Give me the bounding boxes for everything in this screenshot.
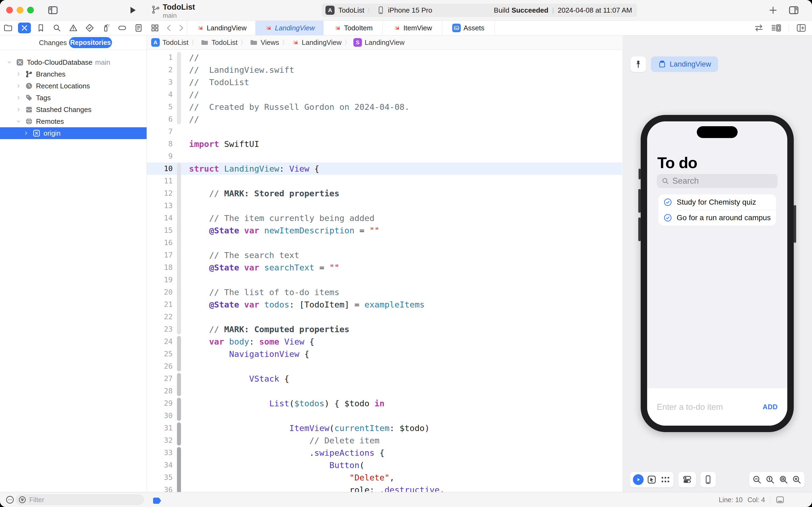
line-number[interactable]: 23 — [147, 323, 173, 335]
zoom-fit-button[interactable] — [778, 474, 789, 485]
zoom-button[interactable] — [27, 7, 34, 13]
disclosure-chevron[interactable] — [15, 71, 21, 77]
code-line[interactable]: @State var searchText = "" — [189, 261, 339, 274]
back-button[interactable] — [163, 21, 175, 35]
line-number[interactable]: 22 — [147, 311, 173, 323]
tree-item-remotes[interactable]: Remotes — [0, 115, 147, 127]
disclosure-chevron[interactable] — [15, 94, 21, 101]
tab-changes[interactable]: Changes — [39, 39, 67, 47]
line-number[interactable]: 5 — [147, 101, 173, 113]
tree-item-stashed-changes[interactable]: Stashed Changes — [0, 104, 147, 115]
code-line[interactable]: // The item currently being added — [189, 212, 374, 224]
filter-input[interactable]: Filter — [15, 495, 144, 505]
fold-ribbon[interactable] — [177, 398, 181, 421]
line-number[interactable]: 12 — [147, 187, 173, 200]
line-number[interactable]: 4 — [147, 88, 173, 101]
add-button[interactable] — [766, 3, 780, 18]
code-line[interactable]: .swipeActions { — [189, 447, 385, 459]
run-button[interactable] — [126, 3, 139, 18]
code-line[interactable]: // MARK: Stored properties — [189, 187, 339, 200]
line-number[interactable]: 13 — [147, 200, 173, 212]
navigator-bookmarks-button[interactable] — [33, 21, 49, 35]
zoom-100-button[interactable] — [765, 474, 775, 485]
line-number[interactable]: 19 — [147, 274, 173, 286]
add-editor-button[interactable] — [796, 22, 807, 33]
line-number[interactable]: 20 — [147, 286, 173, 298]
navigator-project-button[interactable] — [0, 21, 16, 35]
editor-options-button[interactable] — [771, 22, 781, 33]
fold-ribbon[interactable] — [177, 447, 181, 492]
code-line[interactable]: @State var newItemDescription = "" — [189, 224, 380, 237]
line-number[interactable]: 10 — [147, 163, 173, 175]
line-number[interactable]: 15 — [147, 224, 173, 237]
line-number[interactable]: 6 — [147, 113, 173, 125]
line-number[interactable]: 33 — [147, 447, 173, 459]
filter-options-button[interactable] — [5, 495, 15, 505]
breadcrumb-item[interactable]: LandingView — [291, 39, 342, 47]
device-settings-button[interactable] — [682, 474, 693, 485]
line-number[interactable]: 25 — [147, 348, 173, 360]
editor-tab-assets[interactable]: Assets — [442, 21, 495, 35]
toggle-navigator-button[interactable] — [46, 3, 60, 18]
fold-ribbon[interactable] — [177, 336, 181, 372]
code-line[interactable]: Button( — [189, 459, 364, 471]
code-line[interactable]: var body: some View { — [189, 335, 314, 348]
code-line[interactable]: // Delete item — [189, 434, 380, 447]
line-number[interactable]: 31 — [147, 422, 173, 434]
line-number[interactable]: 28 — [147, 385, 173, 397]
navigator-source-control-button[interactable] — [16, 21, 33, 35]
tree-item-tags[interactable]: Tags — [0, 92, 147, 104]
line-number[interactable]: 29 — [147, 397, 173, 409]
tree-item-origin[interactable]: origin — [0, 127, 147, 139]
line-number[interactable]: 24 — [147, 335, 173, 348]
code-line[interactable]: // MARK: Computed properties — [189, 323, 349, 335]
line-number[interactable]: 32 — [147, 434, 173, 447]
code-area[interactable]: 1//2// LandingView.swift3// TodoList4//5… — [147, 50, 622, 492]
line-number[interactable]: 9 — [147, 150, 173, 163]
disclosure-chevron[interactable] — [6, 59, 12, 66]
checked-circle-icon[interactable] — [663, 213, 673, 222]
checked-circle-icon[interactable] — [663, 198, 673, 207]
todo-item-row[interactable]: Study for Chemisty quiz — [658, 194, 776, 210]
breadcrumb-item[interactable]: Views — [249, 38, 279, 47]
editor-layout-icon[interactable] — [775, 495, 785, 505]
code-line[interactable]: List($todos) { $todo in — [189, 397, 385, 409]
source-control-marker[interactable] — [153, 498, 161, 504]
code-line[interactable]: VStack { — [189, 373, 289, 385]
code-line[interactable]: // TodoList — [189, 76, 249, 88]
line-number[interactable]: 2 — [147, 64, 173, 76]
forward-button[interactable] — [175, 21, 187, 35]
tab-overview-button[interactable] — [147, 21, 163, 35]
line-number[interactable]: 36 — [147, 484, 173, 492]
line-number[interactable]: 14 — [147, 212, 173, 224]
tree-item-todo-clouddatabase[interactable]: Todo-CloudDatabasemain — [0, 56, 147, 68]
breadcrumb-item[interactable]: ATodoList — [151, 38, 188, 47]
code-line[interactable]: struct LandingView: View { — [189, 163, 319, 175]
variants-button[interactable] — [660, 474, 671, 485]
code-line[interactable]: "Delete", — [189, 471, 395, 484]
navigator-debug-button[interactable] — [98, 21, 114, 35]
line-number[interactable]: 30 — [147, 409, 173, 422]
fold-ribbon[interactable] — [177, 422, 181, 446]
line-number[interactable]: 8 — [147, 138, 173, 150]
code-line[interactable]: ItemView(currentItem: $todo) — [189, 422, 429, 434]
code-line[interactable]: // — [189, 88, 199, 101]
disclosure-chevron[interactable] — [15, 118, 21, 125]
line-number[interactable]: 3 — [147, 76, 173, 88]
zoom-in-button[interactable] — [791, 474, 802, 485]
scheme-name[interactable]: TodoList — [338, 6, 364, 14]
line-number[interactable]: 1 — [147, 51, 173, 64]
disclosure-chevron[interactable] — [23, 130, 29, 137]
line-number[interactable]: 11 — [147, 175, 173, 187]
navigator-tests-button[interactable] — [81, 21, 98, 35]
run-destination[interactable]: iPhone 15 Pro — [388, 6, 432, 14]
preview-tab[interactable]: LandingView — [651, 56, 718, 72]
editor-tab-landingview[interactable]: LandingView — [187, 21, 255, 35]
zoom-out-button[interactable] — [752, 474, 762, 485]
breadcrumb-item[interactable]: TodoList — [200, 38, 238, 47]
activity-view[interactable]: A TodoList 〉 iPhone 15 Pro Build Succeed… — [322, 3, 637, 17]
code-line[interactable]: // LandingView.swift — [189, 64, 294, 76]
code-line[interactable]: // — [189, 113, 199, 125]
navigator-breakpoints-button[interactable] — [114, 21, 130, 35]
code-line[interactable]: // — [189, 51, 199, 64]
